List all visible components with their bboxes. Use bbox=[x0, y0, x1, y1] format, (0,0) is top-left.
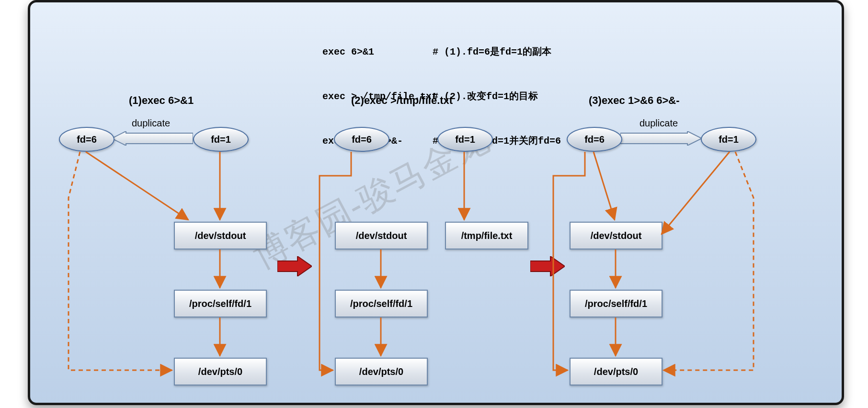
svg-line-14 bbox=[662, 152, 730, 234]
step3-title: (3)exec 1>&6 6>&- bbox=[589, 94, 680, 107]
svg-marker-1 bbox=[620, 131, 702, 146]
step2-fd1: fd=1 bbox=[437, 127, 493, 152]
step1-pts0: /dev/pts/0 bbox=[174, 358, 267, 385]
transition-arrow-2 bbox=[530, 256, 565, 276]
diagram-frame: exec 6>&1# (1).fd=6是fd=1的副本 exec > /tmp/… bbox=[28, 0, 844, 405]
step1-fd6: fd=6 bbox=[59, 127, 114, 152]
step2-fd6: fd=6 bbox=[334, 127, 389, 152]
step3-fd6: fd=6 bbox=[567, 127, 622, 152]
step3-fd1: fd=1 bbox=[701, 127, 756, 152]
transition-arrow-1 bbox=[277, 256, 312, 276]
step1-procfd1: /proc/self/fd/1 bbox=[174, 290, 267, 317]
svg-line-13 bbox=[594, 152, 615, 220]
code-comment-1: # (1).fd=6是fd=1的副本 bbox=[433, 45, 551, 59]
svg-line-7 bbox=[86, 152, 188, 220]
step1-stdout: /dev/stdout bbox=[174, 222, 267, 249]
svg-marker-2 bbox=[277, 256, 312, 276]
step1-dup-label: duplicate bbox=[132, 118, 170, 129]
step2-stdout: /dev/stdout bbox=[335, 222, 428, 249]
step3-procfd1: /proc/self/fd/1 bbox=[570, 290, 662, 317]
svg-marker-3 bbox=[530, 256, 565, 276]
step1-title: (1)exec 6>&1 bbox=[129, 94, 194, 107]
code-cmd-1: exec 6>&1 bbox=[322, 45, 433, 59]
step2-procfd1: /proc/self/fd/1 bbox=[335, 290, 428, 317]
step2-tmpfile: /tmp/file.txt bbox=[445, 222, 528, 249]
step3-pts0: /dev/pts/0 bbox=[570, 358, 662, 385]
step2-title: (2)exec >/tmp/file.txt bbox=[351, 94, 453, 107]
step3-stdout: /dev/stdout bbox=[570, 222, 662, 249]
step1-fd1: fd=1 bbox=[193, 127, 249, 152]
step2-pts0: /dev/pts/0 bbox=[335, 358, 428, 385]
svg-marker-0 bbox=[112, 131, 193, 146]
step1-dup-arrow bbox=[112, 131, 193, 146]
step3-dup-arrow bbox=[620, 131, 702, 146]
step3-dup-label: duplicate bbox=[640, 118, 678, 129]
